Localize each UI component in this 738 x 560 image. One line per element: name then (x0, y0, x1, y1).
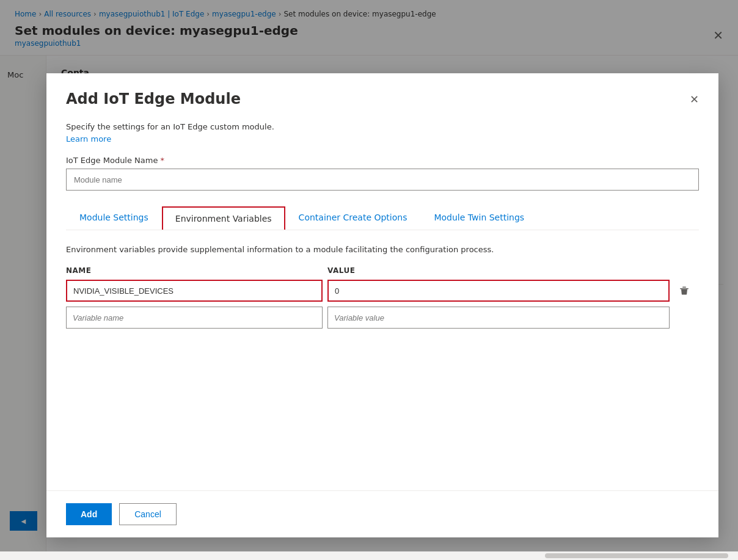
module-name-input[interactable] (66, 169, 699, 191)
module-name-label: IoT Edge Module Name * (66, 156, 699, 165)
svg-rect-1 (682, 287, 686, 288)
modal-panel: Add IoT Edge Module ✕ Specify the settin… (46, 73, 718, 537)
tab-container-create[interactable]: Container Create Options (285, 205, 421, 230)
col-header-name: NAME (66, 266, 323, 275)
required-star: * (161, 156, 165, 165)
env-name-input-1[interactable] (66, 280, 323, 302)
env-value-input-2[interactable] (327, 307, 670, 329)
modal-body: Specify the settings for an IoT Edge cus… (46, 120, 718, 490)
env-row-2 (66, 307, 699, 329)
tab-env-variables[interactable]: Environment Variables (162, 206, 285, 230)
env-value-input-1[interactable] (327, 280, 670, 302)
scrollbar-track[interactable] (545, 553, 728, 558)
scrollbar-area (0, 551, 738, 560)
env-table-header: NAME VALUE (66, 266, 699, 275)
env-row-1 (66, 280, 699, 302)
add-button[interactable]: Add (66, 503, 112, 525)
modal-learn-more-link[interactable]: Learn more (66, 134, 111, 144)
tabs-bar: Module Settings Environment Variables Co… (66, 205, 699, 230)
env-name-input-2[interactable] (66, 307, 323, 329)
tab-content-env: Environment variables provide supplement… (66, 230, 699, 329)
delete-row-1-button[interactable] (674, 281, 694, 300)
tab-module-settings[interactable]: Module Settings (66, 205, 162, 230)
env-description: Environment variables provide supplement… (66, 245, 699, 254)
modal-description: Specify the settings for an IoT Edge cus… (66, 122, 699, 131)
tab-module-twin[interactable]: Module Twin Settings (420, 205, 538, 230)
modal-footer: Add Cancel (46, 490, 718, 537)
modal-title: Add IoT Edge Module (66, 90, 241, 107)
col-header-value: VALUE (327, 266, 670, 275)
cancel-button[interactable]: Cancel (119, 503, 177, 525)
modal-close-icon[interactable]: ✕ (690, 93, 699, 106)
svg-rect-0 (680, 288, 689, 289)
modal-header: Add IoT Edge Module ✕ (46, 73, 718, 120)
